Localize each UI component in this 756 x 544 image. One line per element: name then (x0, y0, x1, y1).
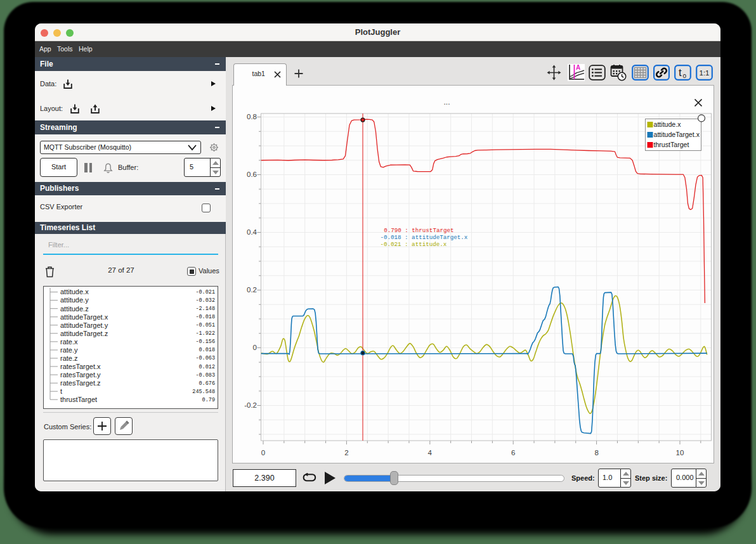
svg-text:attitudeTarget.x: attitudeTarget.x (654, 131, 700, 138)
svg-text:0: 0 (261, 449, 265, 457)
svg-text:1:1: 1:1 (700, 69, 710, 77)
svg-text:o: o (683, 72, 687, 79)
svg-text:...: ... (444, 98, 450, 107)
svg-text:0.790 : thrustTarget: 0.790 : thrustTarget (384, 227, 453, 234)
svg-text:0.8: 0.8 (247, 113, 257, 120)
svg-text:t: t (679, 67, 682, 79)
svg-text:thrustTarget: thrustTarget (654, 141, 689, 148)
svg-text:2: 2 (344, 449, 348, 457)
svg-text:-0.018 : attitudeTarget.x: -0.018 : attitudeTarget.x (381, 234, 468, 241)
svg-text:10: 10 (676, 449, 684, 457)
svg-text:8: 8 (594, 449, 598, 457)
svg-text:0: 0 (253, 344, 257, 351)
svg-text:0.6: 0.6 (247, 171, 257, 178)
svg-text:6: 6 (511, 449, 515, 457)
svg-text:0.4: 0.4 (247, 228, 257, 236)
svg-text:-0.2: -0.2 (244, 401, 257, 409)
svg-text:4: 4 (428, 449, 433, 457)
svg-text:0.2: 0.2 (247, 286, 257, 294)
svg-text:A: A (576, 64, 580, 71)
svg-text:-0.021 : attitude.x: -0.021 : attitude.x (381, 241, 447, 248)
svg-text:attitude.x: attitude.x (654, 120, 682, 128)
